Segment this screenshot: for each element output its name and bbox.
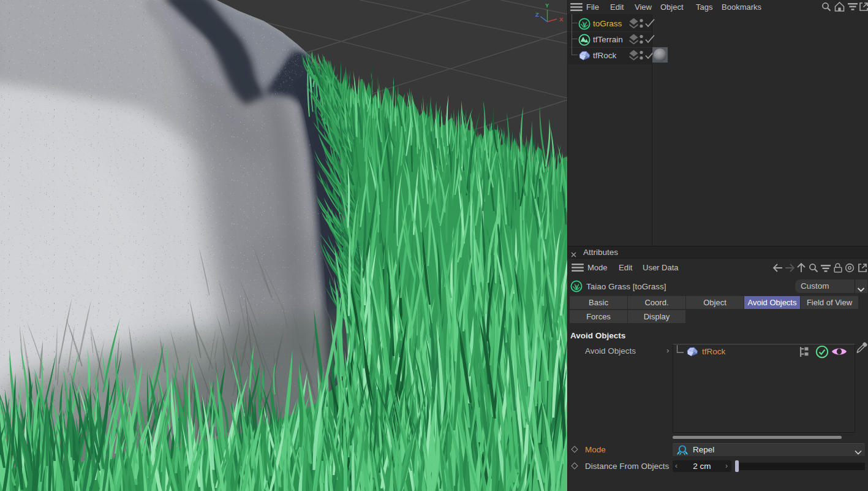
svg-text:Z: Z xyxy=(535,11,539,18)
svg-text:Y: Y xyxy=(545,2,549,9)
svg-text:X: X xyxy=(559,16,564,23)
